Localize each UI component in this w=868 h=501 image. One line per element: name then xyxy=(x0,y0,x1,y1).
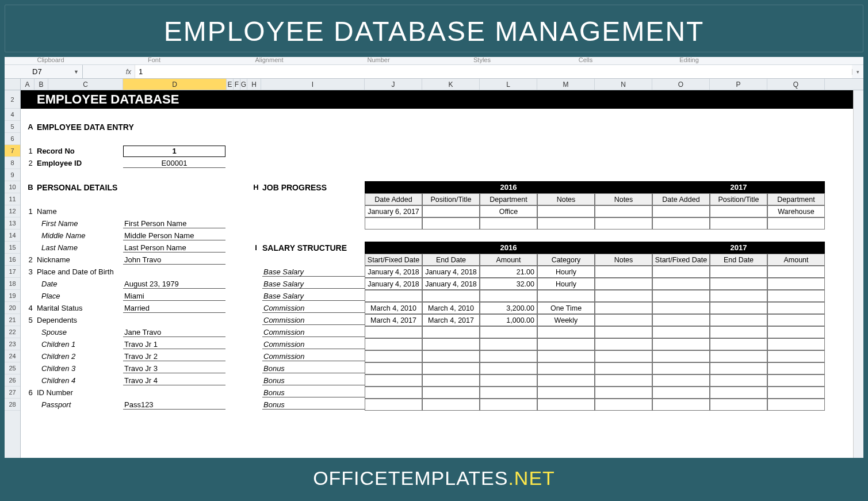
table-cell[interactable] xyxy=(710,314,767,326)
column-header[interactable]: H xyxy=(247,79,261,90)
table-cell[interactable] xyxy=(595,205,652,217)
table-cell[interactable] xyxy=(710,290,767,302)
table-cell[interactable] xyxy=(365,387,422,399)
table-cell[interactable] xyxy=(767,362,825,374)
table-cell[interactable] xyxy=(365,362,422,374)
table-cell[interactable] xyxy=(422,326,480,338)
row-number[interactable]: 21 xyxy=(5,314,20,326)
table-cell[interactable] xyxy=(480,338,537,350)
field-value[interactable]: Pass123 xyxy=(123,400,225,410)
table-cell[interactable]: Hourly xyxy=(537,278,595,290)
row-number[interactable]: 14 xyxy=(5,230,20,242)
column-header[interactable]: J xyxy=(365,79,422,90)
table-cell[interactable] xyxy=(365,290,422,302)
table-cell[interactable] xyxy=(422,362,480,374)
table-cell[interactable] xyxy=(537,290,595,302)
table-cell[interactable] xyxy=(480,217,537,230)
column-header[interactable]: B xyxy=(35,79,48,90)
row-number[interactable]: 6 xyxy=(5,133,20,145)
field-value[interactable]: Travo Jr 3 xyxy=(123,364,225,373)
table-cell[interactable] xyxy=(595,326,652,338)
column-header[interactable]: G xyxy=(240,79,247,90)
table-cell[interactable] xyxy=(652,278,710,290)
row-number[interactable]: 26 xyxy=(5,374,20,387)
table-cell[interactable] xyxy=(652,266,710,278)
table-cell[interactable] xyxy=(595,314,652,326)
table-cell[interactable] xyxy=(422,290,480,302)
table-cell[interactable] xyxy=(767,399,825,411)
name-box-dropdown-icon[interactable]: ▼ xyxy=(74,69,82,75)
table-cell[interactable] xyxy=(480,399,537,411)
row-number[interactable]: 5 xyxy=(5,121,20,133)
table-cell[interactable] xyxy=(422,338,480,350)
table-cell[interactable] xyxy=(710,362,767,374)
table-cell[interactable] xyxy=(767,374,825,387)
table-cell[interactable] xyxy=(652,387,710,399)
column-header[interactable]: D xyxy=(123,79,227,90)
table-cell[interactable] xyxy=(480,350,537,362)
field-value[interactable]: Jane Travo xyxy=(123,328,225,337)
table-cell[interactable] xyxy=(537,399,595,411)
column-header[interactable]: K xyxy=(422,79,480,90)
table-cell[interactable] xyxy=(595,338,652,350)
table-cell[interactable]: 32.00 xyxy=(480,278,537,290)
table-cell[interactable]: March 4, 2017 xyxy=(365,314,422,326)
table-cell[interactable] xyxy=(365,338,422,350)
table-cell[interactable]: Office xyxy=(480,205,537,217)
field-value[interactable]: John Travo xyxy=(123,255,225,265)
table-cell[interactable] xyxy=(365,374,422,387)
table-cell[interactable] xyxy=(422,350,480,362)
table-cell[interactable] xyxy=(710,338,767,350)
table-cell[interactable] xyxy=(652,399,710,411)
field-value[interactable]: Travo Jr 1 xyxy=(123,340,225,349)
table-cell[interactable] xyxy=(767,278,825,290)
table-cell[interactable] xyxy=(595,302,652,314)
column-header[interactable]: P xyxy=(710,79,767,90)
table-cell[interactable] xyxy=(767,387,825,399)
table-cell[interactable] xyxy=(710,399,767,411)
table-cell[interactable] xyxy=(365,326,422,338)
table-cell[interactable] xyxy=(767,326,825,338)
table-cell[interactable] xyxy=(480,290,537,302)
table-cell[interactable] xyxy=(365,399,422,411)
column-header[interactable]: C xyxy=(48,79,123,90)
table-cell[interactable] xyxy=(537,374,595,387)
table-cell[interactable] xyxy=(422,205,480,217)
row-number[interactable]: 16 xyxy=(5,254,20,266)
table-cell[interactable] xyxy=(767,290,825,302)
row-number[interactable]: 24 xyxy=(5,350,20,362)
table-cell[interactable] xyxy=(537,217,595,230)
name-box[interactable]: D7 ▼ xyxy=(5,65,83,78)
row-number[interactable]: 19 xyxy=(5,290,20,302)
column-header[interactable]: M xyxy=(537,79,595,90)
row-number[interactable]: 22 xyxy=(5,326,20,338)
table-cell[interactable]: Warehouse xyxy=(767,205,825,217)
table-cell[interactable] xyxy=(652,326,710,338)
table-cell[interactable] xyxy=(422,387,480,399)
table-cell[interactable] xyxy=(537,205,595,217)
table-cell[interactable] xyxy=(537,338,595,350)
table-cell[interactable] xyxy=(652,314,710,326)
table-cell[interactable]: January 4, 2018 xyxy=(365,266,422,278)
field-value[interactable]: First Person Name xyxy=(123,219,225,228)
field-value[interactable]: Last Person Name xyxy=(123,243,225,253)
table-cell[interactable]: March 4, 2010 xyxy=(365,302,422,314)
select-all-corner[interactable] xyxy=(5,79,21,90)
column-header[interactable]: I xyxy=(261,79,365,90)
table-cell[interactable] xyxy=(537,362,595,374)
table-cell[interactable]: January 4, 2018 xyxy=(422,278,480,290)
table-cell[interactable] xyxy=(710,302,767,314)
table-cell[interactable] xyxy=(652,217,710,230)
table-cell[interactable] xyxy=(422,217,480,230)
row-number[interactable]: 20 xyxy=(5,302,20,314)
table-cell[interactable] xyxy=(710,205,767,217)
table-cell[interactable] xyxy=(652,374,710,387)
row-number[interactable]: 2 xyxy=(5,90,20,109)
table-cell[interactable] xyxy=(710,266,767,278)
column-header[interactable]: L xyxy=(480,79,537,90)
table-cell[interactable]: January 4, 2018 xyxy=(365,278,422,290)
table-cell[interactable] xyxy=(652,205,710,217)
column-header[interactable]: Q xyxy=(767,79,825,90)
table-cell[interactable]: 1,000.00 xyxy=(480,314,537,326)
table-cell[interactable] xyxy=(595,266,652,278)
